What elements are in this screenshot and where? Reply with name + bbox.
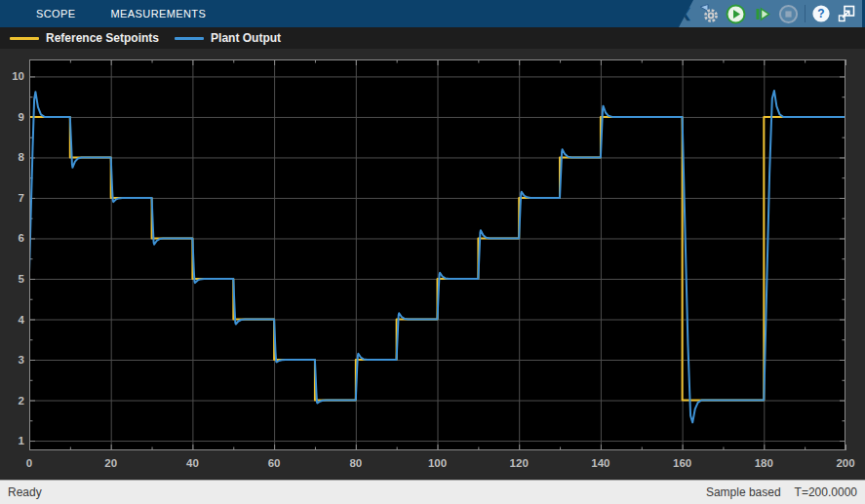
run-button[interactable] xyxy=(726,2,746,25)
stop-button[interactable] xyxy=(778,2,799,25)
step-forward-button[interactable] xyxy=(752,2,772,25)
svg-text:120: 120 xyxy=(510,457,529,469)
svg-text:9: 9 xyxy=(19,111,24,123)
legend-item-reference-setpoints[interactable]: Reference Setpoints xyxy=(10,31,159,45)
svg-text:6: 6 xyxy=(19,232,24,244)
svg-text:180: 180 xyxy=(755,457,773,469)
tab-scope[interactable]: SCOPE xyxy=(19,0,94,27)
legend-label: Reference Setpoints xyxy=(46,31,159,45)
sample-mode-text: Sample based xyxy=(706,485,781,499)
svg-text:200: 200 xyxy=(836,457,854,469)
help-button[interactable]: ? xyxy=(811,2,831,25)
plot-area[interactable]: 02040608010012014016018020012345678910 xyxy=(0,49,865,480)
collapse-toolstrip-icon[interactable]: ❮ xyxy=(681,0,692,27)
tab-bar: SCOPE MEASUREMENTS ❮ xyxy=(0,0,865,27)
svg-text:3: 3 xyxy=(19,354,24,366)
status-bar: Ready Sample based T=200.0000 xyxy=(0,480,865,504)
svg-text:60: 60 xyxy=(268,457,281,469)
svg-text:40: 40 xyxy=(186,457,199,469)
toolbar: ❮ xyxy=(679,0,862,27)
status-text: Ready xyxy=(8,485,42,499)
svg-text:2: 2 xyxy=(19,395,24,407)
play-icon xyxy=(726,4,746,24)
svg-text:20: 20 xyxy=(104,457,117,469)
question-icon: ? xyxy=(811,4,831,23)
svg-text:8: 8 xyxy=(19,151,25,163)
stop-icon xyxy=(778,4,799,24)
scope-plot-svg[interactable]: 02040608010012014016018020012345678910 xyxy=(0,49,865,480)
svg-text:10: 10 xyxy=(12,70,24,82)
plant-output-line-swatch xyxy=(175,37,204,40)
simulation-time-text: T=200.0000 xyxy=(795,485,857,499)
legend-bar: Reference Setpoints Plant Output xyxy=(0,27,865,49)
svg-text:7: 7 xyxy=(19,192,24,204)
gear-with-flag-icon xyxy=(698,3,720,24)
svg-text:160: 160 xyxy=(673,457,691,469)
undock-icon xyxy=(837,4,856,23)
undock-button[interactable] xyxy=(837,2,856,25)
svg-text:140: 140 xyxy=(591,457,609,469)
svg-text:1: 1 xyxy=(19,435,25,446)
simulation-settings-button[interactable] xyxy=(698,2,720,25)
legend-label: Plant Output xyxy=(211,31,281,45)
svg-text:0: 0 xyxy=(26,457,32,469)
legend-item-plant-output[interactable]: Plant Output xyxy=(175,31,281,45)
svg-text:4: 4 xyxy=(19,314,25,326)
reference-setpoints-line-swatch xyxy=(10,37,39,40)
tab-measurements[interactable]: MEASUREMENTS xyxy=(94,0,224,27)
svg-text:100: 100 xyxy=(428,457,447,469)
svg-text:5: 5 xyxy=(19,273,25,285)
scope-window: SCOPE MEASUREMENTS ❮ xyxy=(0,0,865,504)
svg-text:?: ? xyxy=(817,7,824,20)
svg-text:80: 80 xyxy=(349,457,362,469)
toolbar-separator xyxy=(805,5,806,22)
step-forward-icon xyxy=(752,4,772,24)
